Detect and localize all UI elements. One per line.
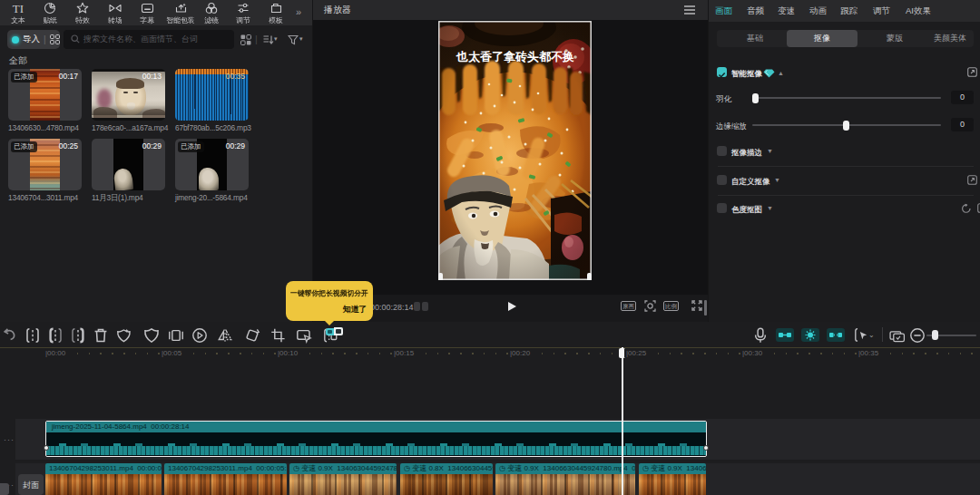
svg-text:也太香了拿砖头都不换: 也太香了拿砖头都不换 [456,50,574,63]
